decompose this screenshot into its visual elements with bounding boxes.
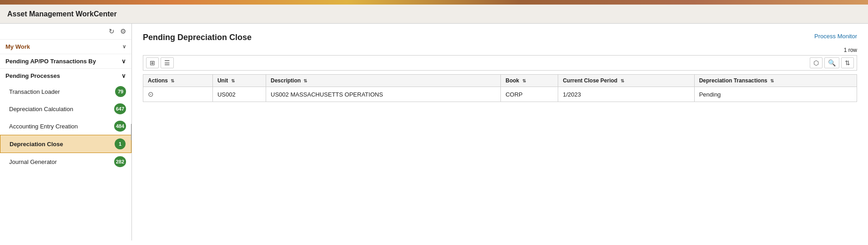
col-actions-sort-icon[interactable]: ⇅: [171, 78, 174, 83]
table-toolbar: ⊞ ☰ ⬡ 🔍 ⇅: [143, 55, 857, 71]
col-current-close-period-label: Current Close Period: [563, 77, 617, 84]
pending-processes-chevron: ∨: [121, 72, 126, 79]
col-description-sort-icon[interactable]: ⇅: [303, 78, 307, 83]
toolbar-right: ⬡ 🔍 ⇅: [810, 57, 854, 68]
sidebar-my-work-header[interactable]: My Work ∨: [0, 40, 131, 54]
sidebar-pending-processes-header[interactable]: Pending Processes ∨: [0, 68, 131, 83]
main-layout: ↻ ⚙ My Work ∨ Pending AP/PO Transactions…: [0, 24, 868, 240]
table-header-row: Actions ⇅ Unit ⇅ Description ⇅ Book ⇅: [143, 75, 857, 87]
content-title: Pending Depreciation Close: [143, 33, 252, 42]
sidebar-pending-ap-header[interactable]: Pending AP/PO Transactions By ∨: [0, 54, 131, 68]
depreciation-calculation-badge: 647: [114, 103, 126, 114]
app-title-bar: Asset Management WorkCenter: [0, 5, 868, 24]
transaction-loader-badge: 79: [115, 86, 126, 97]
sidebar-item-transaction-loader[interactable]: Transaction Loader 79: [0, 83, 131, 100]
sidebar-item-depreciation-close[interactable]: Depreciation Close 1: [0, 135, 131, 153]
content-header: Pending Depreciation Close Process Monit…: [143, 33, 857, 42]
filter-button[interactable]: ☰: [161, 57, 174, 68]
pending-ap-chevron: ∨: [121, 58, 126, 65]
col-current-close-period-sort-icon[interactable]: ⇅: [621, 78, 624, 83]
depreciation-close-badge: 1: [115, 138, 126, 149]
refresh-button[interactable]: ↻: [108, 26, 116, 36]
action-menu-icon[interactable]: ⊙: [148, 90, 154, 98]
sidebar-collapse-button[interactable]: ❚❚: [131, 124, 132, 140]
pending-ap-label: Pending AP/PO Transactions By: [5, 58, 96, 65]
accounting-entry-badge: 484: [114, 121, 126, 132]
export-button[interactable]: ⬡: [810, 57, 823, 68]
sidebar-item-label: Transaction Loader: [9, 88, 60, 95]
sidebar: ↻ ⚙ My Work ∨ Pending AP/PO Transactions…: [0, 24, 132, 240]
col-unit-label: Unit: [217, 77, 228, 84]
sidebar-item-accounting-entry-creation[interactable]: Accounting Entry Creation 484: [0, 117, 131, 135]
my-work-label: My Work: [5, 43, 30, 50]
process-monitor-link[interactable]: Process Monitor: [814, 33, 857, 40]
settings-button[interactable]: ⚙: [119, 26, 127, 36]
search-button[interactable]: 🔍: [824, 57, 839, 68]
main-content: Pending Depreciation Close Process Monit…: [132, 24, 868, 240]
depreciation-close-table: Actions ⇅ Unit ⇅ Description ⇅ Book ⇅: [143, 74, 857, 102]
col-book-sort-icon[interactable]: ⇅: [522, 78, 526, 83]
cell-action: ⊙: [143, 87, 213, 102]
cell-depreciation-transactions: Pending: [694, 87, 857, 102]
col-description-label: Description: [271, 77, 301, 84]
sidebar-item-label: Depreciation Calculation: [9, 106, 73, 112]
col-unit-sort-icon[interactable]: ⇅: [231, 78, 235, 83]
col-book-label: Book: [505, 77, 519, 84]
journal-generator-badge: 282: [114, 156, 126, 167]
row-count: 1 row: [143, 47, 857, 53]
sidebar-item-depreciation-calculation[interactable]: Depreciation Calculation 647: [0, 100, 131, 117]
col-current-close-period: Current Close Period ⇅: [558, 75, 694, 87]
col-depreciation-transactions-sort-icon[interactable]: ⇅: [770, 78, 774, 83]
sidebar-item-label: Accounting Entry Creation: [9, 123, 78, 130]
cell-current-close-period: 1/2023: [558, 87, 694, 102]
cell-description: US002 MASSACHUSETTS OPERATIONS: [266, 87, 501, 102]
grid-view-button[interactable]: ⊞: [146, 57, 159, 68]
my-work-chevron: ∨: [122, 44, 126, 50]
table-row: ⊙ US002 US002 MASSACHUSETTS OPERATIONS C…: [143, 87, 857, 102]
col-actions: Actions ⇅: [143, 75, 213, 87]
col-book: Book ⇅: [501, 75, 558, 87]
col-depreciation-transactions-label: Depreciation Transactions: [699, 77, 767, 84]
sidebar-item-journal-generator[interactable]: Journal Generator 282: [0, 153, 131, 170]
cell-unit: US002: [212, 87, 266, 102]
cell-book: CORP: [501, 87, 558, 102]
col-unit: Unit ⇅: [212, 75, 266, 87]
col-depreciation-transactions: Depreciation Transactions ⇅: [694, 75, 857, 87]
col-actions-label: Actions: [148, 77, 168, 84]
sidebar-toolbar: ↻ ⚙: [0, 24, 131, 40]
col-description: Description ⇅: [266, 75, 501, 87]
sort-button[interactable]: ⇅: [841, 57, 854, 68]
decorative-banner: [0, 0, 868, 5]
sidebar-item-label: Depreciation Close: [10, 141, 63, 148]
app-title: Asset Management WorkCenter: [7, 10, 117, 18]
sidebar-item-label: Journal Generator: [9, 158, 57, 165]
pending-processes-label: Pending Processes: [5, 72, 60, 79]
